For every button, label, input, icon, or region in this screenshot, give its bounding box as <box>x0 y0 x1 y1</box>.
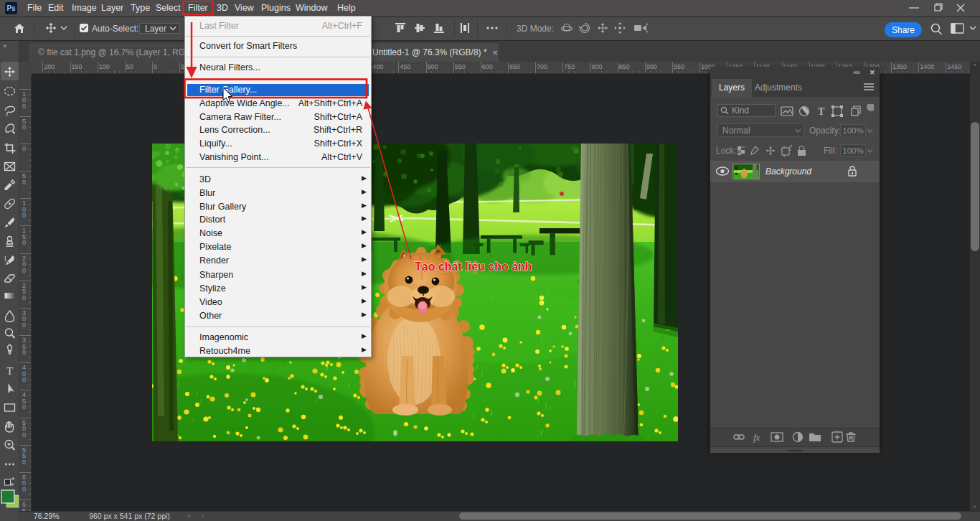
svg-text:T: T <box>818 106 825 117</box>
svg-text:Share: Share <box>892 25 915 35</box>
svg-text:Layer: Layer <box>145 24 166 34</box>
svg-text:3D Mode:: 3D Mode: <box>517 24 554 34</box>
svg-text:Auto-Select:: Auto-Select: <box>92 24 138 34</box>
svg-text:fx: fx <box>753 432 760 443</box>
svg-text:T: T <box>6 365 13 377</box>
